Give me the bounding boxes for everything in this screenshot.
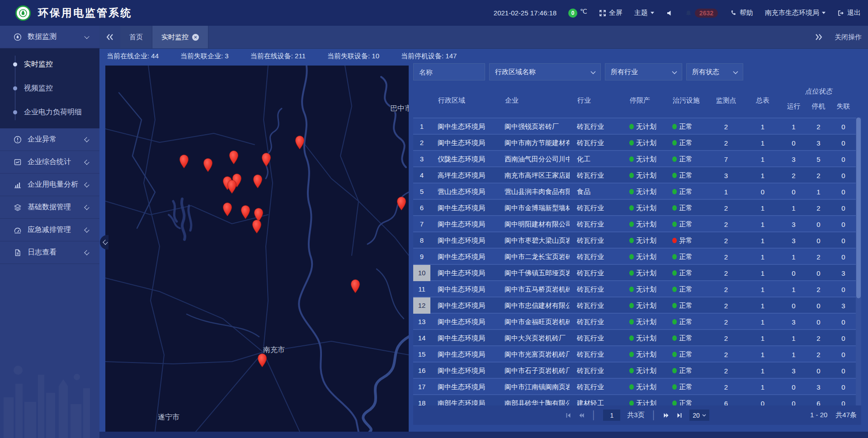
sidebar-item-label: 视频监控: [24, 84, 53, 93]
cell-pollution-facility: 正常: [665, 318, 708, 326]
region-select[interactable]: 行政区域名称: [489, 63, 601, 80]
industry-select[interactable]: 所有行业: [605, 63, 682, 80]
tabs-scroll-left-button[interactable]: [99, 26, 120, 48]
cell-limit-production: 无计划: [622, 171, 665, 180]
table-row[interactable]: 17阆中生态环境局阆中市江南镇阆南页岩砖瓦行业无计划正常21030: [413, 378, 861, 394]
sidebar-group-5[interactable]: 应急减排管理: [0, 219, 99, 241]
cell-lost: 0: [831, 204, 856, 212]
cell-region: 阆中生态环境局: [430, 334, 497, 343]
table-scrollbar[interactable]: [856, 118, 861, 405]
status-dot-green: [629, 368, 634, 373]
help-button[interactable]: 帮助: [730, 9, 753, 17]
last-page-button[interactable]: [676, 412, 683, 419]
pager-divider: │: [651, 410, 656, 420]
table-row[interactable]: 2阆中生态环境局阆中市南方节能建材有砖瓦行业无计划正常21030: [413, 134, 861, 150]
sidebar-group-label: 企业综合统计: [28, 157, 71, 167]
row-number: 12: [413, 297, 430, 314]
chevron-down-icon: [822, 12, 826, 14]
cell-region: 阆中生态环境局: [430, 122, 497, 131]
table-row[interactable]: 15阆中生态环境局阆中市光富页岩机砖厂砖瓦行业无计划正常21120: [413, 345, 861, 362]
sidebar-item-sub[interactable]: 企业电力负荷明细: [0, 100, 99, 124]
table-row[interactable]: 5营山生态环境局营山县润丰肉食品有限食品无计划正常10010: [413, 183, 861, 199]
cell-total-meters: 1: [744, 351, 781, 358]
sidebar-group-0[interactable]: 数据监测: [0, 26, 99, 48]
status-dot-green: [672, 140, 677, 146]
mute-button[interactable]: [666, 9, 673, 17]
cell-total-meters: 1: [744, 172, 781, 179]
table-row[interactable]: 13阆中生态环境局阆中市金福旺页岩机砖砖瓦行业无计划正常21300: [413, 313, 861, 329]
cell-running: 2: [781, 172, 806, 179]
tab-home[interactable]: 首页: [120, 26, 152, 48]
status-dot-green: [672, 173, 677, 178]
cell-industry: 砖瓦行业: [570, 334, 622, 343]
sidebar-group-1[interactable]: 企业异常: [0, 128, 99, 151]
temperature-value: 0: [568, 9, 577, 18]
table-row[interactable]: 3仪陇生态环境局西南油气田分公司川中化工无计划正常71350: [413, 150, 861, 166]
cell-lost: 0: [831, 221, 856, 228]
tab-close-icon[interactable]: ✕: [192, 34, 199, 41]
table-row[interactable]: 4高坪生态环境局南充市高坪区王家店建砖瓦行业无计划正常31220: [413, 166, 861, 183]
fullscreen-button[interactable]: 全屏: [599, 9, 623, 17]
status-select[interactable]: 所有状态: [686, 63, 743, 80]
table-row[interactable]: 9阆中生态环境局阆中市二龙长宝页岩砖砖瓦行业无计划正常21120: [413, 248, 861, 264]
record-total-label: 共47条: [835, 411, 857, 419]
double-chevron-right-icon[interactable]: [815, 34, 823, 40]
cell-total-meters: 1: [744, 269, 781, 277]
page-number-input[interactable]: [603, 410, 620, 421]
org-menu[interactable]: 南充市生态环境局: [765, 9, 826, 17]
page-size-select[interactable]: 20: [689, 410, 709, 421]
phone-icon: [730, 9, 737, 17]
logout-button[interactable]: 退出: [837, 9, 861, 17]
table-row[interactable]: 11阆中生态环境局阆中市五马桥页岩机砖砖瓦行业无计划正常21120: [413, 280, 861, 297]
cell-stopped: 3: [806, 383, 831, 391]
sidebar-submenu: 实时监控视频监控企业电力负荷明细: [0, 48, 99, 128]
name-search-input[interactable]: [413, 63, 485, 80]
tab-realtime-monitor[interactable]: 实时监控 ✕: [152, 26, 208, 48]
sidebar-item-active[interactable]: 实时监控: [0, 52, 99, 76]
close-operations-button[interactable]: 关闭操作: [835, 33, 862, 42]
next-page-button[interactable]: [663, 412, 670, 419]
map-panel[interactable]: 巴中市南充市遂宁市: [105, 66, 409, 432]
cell-industry: 砖瓦行业: [570, 367, 622, 375]
cell-company: 阆中市五马桥页岩机砖: [497, 285, 570, 294]
chevron-left-icon: [84, 250, 89, 255]
cell-running: 1: [781, 123, 806, 131]
status-select-value: 所有状态: [692, 68, 719, 76]
table-row[interactable]: 8阆中生态环境局阆中市枣碧大梁山页岩砖瓦行业无计划异常21300: [413, 231, 861, 248]
cell-pollution-facility: 正常: [665, 122, 708, 131]
table-row[interactable]: 6阆中生态环境局阆中市金博瑞新型墙材砖瓦行业无计划正常21120: [413, 199, 861, 215]
table-row[interactable]: 18南部生态环境局南部县砖华土陶有限公建材轻工无计划正常60060: [413, 394, 861, 405]
cell-limit-production: 无计划: [622, 334, 665, 343]
cell-industry: 砖瓦行业: [570, 318, 622, 326]
table-row[interactable]: 1阆中生态环境局阆中强锐页岩砖厂砖瓦行业无计划正常21120: [413, 118, 861, 134]
cell-lost: 3: [831, 302, 856, 310]
table-row[interactable]: 14阆中生态环境局阆中大兴页岩机砖厂砖瓦行业无计划正常21120: [413, 329, 861, 345]
prev-page-button[interactable]: [578, 412, 585, 419]
sidebar-group-4[interactable]: 基础数据管理: [0, 196, 99, 219]
cell-lost: 3: [831, 269, 856, 277]
status-dot-green: [672, 303, 677, 308]
cell-lost: 0: [831, 253, 856, 261]
sidebar-item-sub[interactable]: 视频监控: [0, 76, 99, 100]
first-page-button[interactable]: [565, 412, 571, 419]
table-row[interactable]: 16阆中生态环境局阆中市石子页岩机砖厂砖瓦行业无计划正常21300: [413, 362, 861, 378]
row-number: 16: [413, 363, 430, 379]
cell-monitor-points: 2: [708, 383, 744, 391]
table-row[interactable]: 7阆中生态环境局阆中明阳建材有限公司砖瓦行业无计划正常21300: [413, 215, 861, 231]
cell-lost: 0: [831, 139, 856, 147]
sidebar-group-2[interactable]: 企业综合统计: [0, 151, 99, 174]
cell-industry: 砖瓦行业: [570, 269, 622, 278]
cell-total-meters: 1: [744, 318, 781, 326]
scrollbar-thumb[interactable]: [856, 118, 861, 298]
cell-stopped: 3: [806, 139, 831, 147]
notifications[interactable]: 2632: [685, 9, 718, 18]
table-row[interactable]: 10阆中生态环境局阆中千佛镇五郎垭页岩砖瓦行业无计划正常21003: [413, 264, 861, 280]
cell-monitor-points: 3: [708, 172, 744, 179]
table-row[interactable]: 12阆中生态环境局阆中市忠信建材有限公砖瓦行业无计划正常21003: [413, 297, 861, 313]
cell-total-meters: 1: [744, 123, 781, 131]
sidebar-group-6[interactable]: 日志查看: [0, 241, 99, 264]
cell-pollution-facility: 正常: [665, 301, 708, 310]
row-number: 18: [413, 395, 430, 405]
sidebar-group-3[interactable]: 企业用电量分析: [0, 174, 99, 196]
theme-menu[interactable]: 主题: [634, 9, 654, 17]
